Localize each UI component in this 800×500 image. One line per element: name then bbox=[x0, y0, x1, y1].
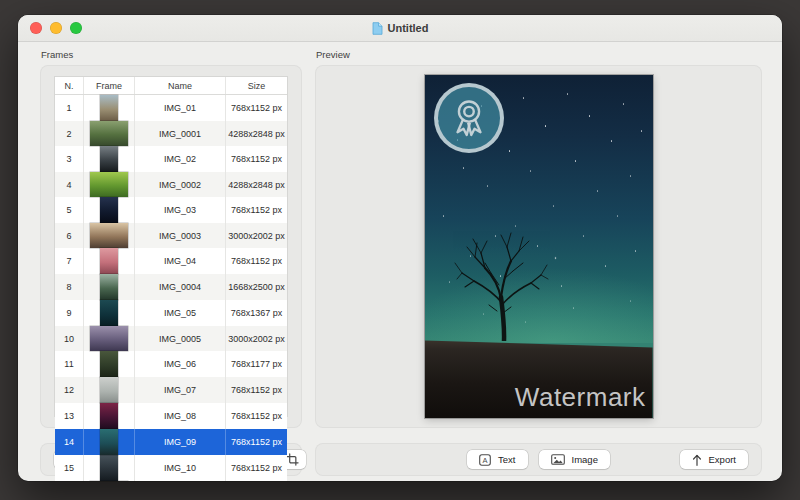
row-name: IMG_0003 bbox=[135, 223, 226, 248]
zoom-button[interactable] bbox=[70, 22, 82, 34]
add-image-button[interactable]: Image bbox=[539, 450, 610, 469]
frames-table-body: 1 IMG_01 768x1152 px 2 IMG_0001 4288x284… bbox=[55, 95, 287, 481]
row-size: 768x1152 px bbox=[226, 248, 287, 274]
row-size: 768x1152 px bbox=[226, 429, 287, 455]
close-button[interactable] bbox=[30, 22, 42, 34]
frame-thumbnail-teal-ocean bbox=[100, 300, 118, 326]
row-number: 14 bbox=[55, 429, 84, 455]
watermark-text[interactable]: Watermark bbox=[515, 382, 646, 413]
row-number: 12 bbox=[55, 377, 84, 403]
table-row[interactable]: 4 IMG_0002 4288x2848 px bbox=[55, 172, 287, 197]
row-frame-cell bbox=[84, 429, 135, 455]
row-name: IMG_07 bbox=[135, 377, 226, 403]
row-number: 13 bbox=[55, 403, 84, 429]
text-button-label: Text bbox=[498, 454, 515, 465]
table-row[interactable]: 11 IMG_06 768x1177 px bbox=[55, 351, 287, 377]
table-row[interactable]: 7 IMG_04 768x1152 px bbox=[55, 248, 287, 274]
watermark-badge[interactable] bbox=[434, 83, 504, 153]
stars-decoration bbox=[425, 75, 427, 77]
row-name: IMG_0005 bbox=[135, 326, 226, 351]
row-frame-cell bbox=[84, 351, 135, 377]
frame-thumbnail-night-sky bbox=[100, 197, 118, 223]
row-frame-cell bbox=[84, 326, 135, 351]
frame-thumbnail-coastal-cliff bbox=[100, 95, 118, 121]
row-size: 768x1152 px bbox=[226, 146, 287, 172]
row-name: IMG_08 bbox=[135, 403, 226, 429]
row-number: 7 bbox=[55, 248, 84, 274]
row-frame-cell bbox=[84, 95, 135, 121]
row-size: 768x1152 px bbox=[226, 377, 287, 403]
image-button-label: Image bbox=[572, 454, 598, 465]
row-number: 3 bbox=[55, 146, 84, 172]
row-number: 4 bbox=[55, 172, 84, 197]
row-name: IMG_10 bbox=[135, 455, 226, 481]
window-title: Untitled bbox=[388, 22, 429, 34]
table-row[interactable]: 12 IMG_07 768x1152 px bbox=[55, 377, 287, 403]
table-row[interactable]: 10 IMG_0005 3000x2002 px bbox=[55, 326, 287, 351]
row-size: 768x1152 px bbox=[226, 95, 287, 121]
frame-thumbnail-mountain-valley bbox=[90, 121, 128, 146]
frame-thumbnail-pink-clouds bbox=[100, 248, 118, 274]
table-row[interactable]: 6 IMG_0003 3000x2002 px bbox=[55, 223, 287, 248]
frame-thumbnail-foggy-trees bbox=[100, 377, 118, 403]
row-number: 10 bbox=[55, 326, 84, 351]
row-name: IMG_05 bbox=[135, 300, 226, 326]
award-badge-icon bbox=[447, 96, 491, 140]
row-frame-cell bbox=[84, 377, 135, 403]
frame-thumbnail-dark-waterfall bbox=[100, 146, 118, 172]
minimize-button[interactable] bbox=[50, 22, 62, 34]
app-window: Untitled Frames N. Frame Name Size bbox=[18, 15, 782, 481]
row-name: IMG_06 bbox=[135, 351, 226, 377]
row-size: 3000x2002 px bbox=[226, 326, 287, 351]
frames-table-header: N. Frame Name Size bbox=[55, 77, 287, 95]
row-name: IMG_0002 bbox=[135, 172, 226, 197]
row-number: 6 bbox=[55, 223, 84, 248]
row-size: 768x1177 px bbox=[226, 351, 287, 377]
table-row[interactable]: 9 IMG_05 768x1367 px bbox=[55, 300, 287, 326]
table-row[interactable]: 2 IMG_0001 4288x2848 px bbox=[55, 121, 287, 146]
table-row[interactable]: 1 IMG_01 768x1152 px bbox=[55, 95, 287, 121]
text-icon: A bbox=[479, 454, 491, 466]
row-frame-cell bbox=[84, 146, 135, 172]
row-number: 1 bbox=[55, 95, 84, 121]
table-row[interactable]: 14 IMG_09 768x1152 px bbox=[55, 429, 287, 455]
preview-panel: Watermark bbox=[315, 65, 762, 428]
preview-toolbar: A Text Image Export bbox=[315, 443, 762, 476]
frame-thumbnail-forest-waterfall bbox=[100, 274, 118, 300]
column-header-name: Name bbox=[135, 77, 226, 94]
row-number: 9 bbox=[55, 300, 84, 326]
titlebar: Untitled bbox=[18, 15, 782, 42]
row-frame-cell bbox=[84, 121, 135, 146]
row-size: 768x1367 px bbox=[226, 300, 287, 326]
desktop-background: Untitled Frames N. Frame Name Size bbox=[0, 0, 800, 500]
row-size: 4288x2848 px bbox=[226, 121, 287, 146]
row-size: 768x1152 px bbox=[226, 455, 287, 481]
export-button-label: Export bbox=[709, 454, 736, 465]
column-header-size: Size bbox=[226, 77, 287, 94]
preview-image: Watermark bbox=[425, 75, 653, 418]
table-row[interactable]: 5 IMG_03 768x1152 px bbox=[55, 197, 287, 223]
frame-thumbnail-dark-waves bbox=[100, 455, 118, 481]
row-frame-cell bbox=[84, 455, 135, 481]
frame-thumbnail-green-leaves bbox=[90, 172, 128, 197]
table-row[interactable]: 15 IMG_10 768x1152 px bbox=[55, 455, 287, 481]
tree-silhouette bbox=[447, 213, 552, 341]
row-size: 1668x2500 px bbox=[226, 274, 287, 300]
export-button[interactable]: Export bbox=[680, 450, 748, 469]
add-text-button[interactable]: A Text bbox=[467, 450, 527, 469]
frames-panel: N. Frame Name Size 1 IMG_01 768x1152 px bbox=[40, 65, 302, 428]
crop-icon bbox=[286, 453, 299, 466]
row-frame-cell bbox=[84, 403, 135, 429]
column-header-n: N. bbox=[55, 77, 84, 94]
row-number: 5 bbox=[55, 197, 84, 223]
column-header-frame: Frame bbox=[84, 77, 135, 94]
table-row[interactable]: 8 IMG_0004 1668x2500 px bbox=[55, 274, 287, 300]
table-row[interactable]: 13 IMG_08 768x1152 px bbox=[55, 403, 287, 429]
table-row[interactable]: 3 IMG_02 768x1152 px bbox=[55, 146, 287, 172]
row-frame-cell bbox=[84, 197, 135, 223]
row-number: 15 bbox=[55, 455, 84, 481]
row-name: IMG_0001 bbox=[135, 121, 226, 146]
row-name: IMG_0004 bbox=[135, 274, 226, 300]
row-name: IMG_02 bbox=[135, 146, 226, 172]
image-icon bbox=[551, 454, 565, 465]
